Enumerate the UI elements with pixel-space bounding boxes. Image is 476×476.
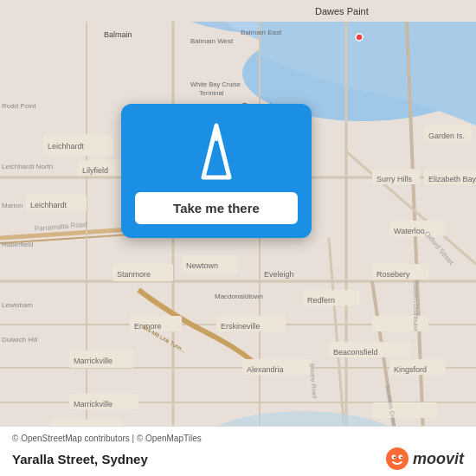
take-me-there-button[interactable]: Take me there <box>135 192 298 224</box>
svg-point-88 <box>394 457 396 459</box>
svg-text:Leichhardt: Leichhardt <box>48 142 85 151</box>
svg-text:Rodd Point: Rodd Point <box>2 102 36 110</box>
svg-text:Balmain East: Balmain East <box>241 29 282 36</box>
svg-rect-37 <box>372 402 437 418</box>
svg-text:Redfern: Redfern <box>307 296 335 305</box>
svg-text:Kingsford: Kingsford <box>394 365 427 374</box>
svg-text:Surry Hills: Surry Hills <box>376 175 413 183</box>
moovit-icon <box>385 447 409 471</box>
svg-text:Marrickville: Marrickville <box>74 400 113 408</box>
svg-text:Stanmore: Stanmore <box>117 270 151 279</box>
svg-text:Beaconsfield: Beaconsfield <box>333 348 378 357</box>
svg-text:Eastern Distributor: Eastern Distributor <box>413 281 419 332</box>
svg-text:Dulwich Hill: Dulwich Hill <box>2 336 38 344</box>
moovit-logo: moovit <box>385 447 464 471</box>
svg-text:Leichhardt: Leichhardt <box>30 201 68 209</box>
svg-text:Macdonaldtown: Macdonaldtown <box>215 293 263 300</box>
map-container: Leichhardt Leichhardt Stanmore Newtown E… <box>0 0 476 476</box>
road-icon <box>182 121 251 182</box>
svg-point-74 <box>356 34 363 41</box>
svg-text:Elizabeth Bay: Elizabeth Bay <box>428 175 476 183</box>
svg-marker-83 <box>203 125 229 177</box>
svg-text:Leichhardt North: Leichhardt North <box>2 163 53 170</box>
copyright-text: © OpenStreetMap contributors | © OpenMap… <box>12 434 464 443</box>
svg-text:Balmain West: Balmain West <box>190 37 234 45</box>
bottom-bar: © OpenStreetMap contributors | © OpenMap… <box>0 426 476 476</box>
svg-text:Erskineville: Erskineville <box>221 322 261 331</box>
svg-point-85 <box>386 447 408 470</box>
moovit-brand-text: moovit <box>413 450 464 468</box>
location-row: Yaralla Street, Sydney moovit <box>12 447 464 471</box>
navigation-card: Take me there <box>121 104 312 238</box>
svg-rect-35 <box>372 316 428 331</box>
svg-text:Garden Is.: Garden Is. <box>428 132 465 140</box>
svg-text:Terminal: Terminal <box>199 89 224 97</box>
svg-text:Alexandria: Alexandria <box>247 365 284 374</box>
svg-point-89 <box>401 457 402 459</box>
svg-text:Haberfield: Haberfield <box>2 241 33 248</box>
svg-text:Marrickville: Marrickville <box>74 357 113 365</box>
svg-text:Rosebery: Rosebery <box>376 270 410 279</box>
svg-text:Eveleigh: Eveleigh <box>264 270 294 279</box>
svg-text:Balmain: Balmain <box>104 30 132 39</box>
svg-text:Lewisham: Lewisham <box>2 301 33 309</box>
dawes-point-label: Dawes Paint <box>315 6 369 16</box>
location-name: Yaralla Street, Sydney <box>12 452 148 466</box>
svg-text:Waterloo: Waterloo <box>394 227 425 235</box>
svg-text:Newtown: Newtown <box>186 261 218 270</box>
svg-text:Lilyfield: Lilyfield <box>82 166 108 175</box>
svg-text:Marion: Marion <box>2 202 23 209</box>
svg-text:White Bay Cruise: White Bay Cruise <box>190 80 241 88</box>
map-background: Leichhardt Leichhardt Stanmore Newtown E… <box>0 0 476 476</box>
